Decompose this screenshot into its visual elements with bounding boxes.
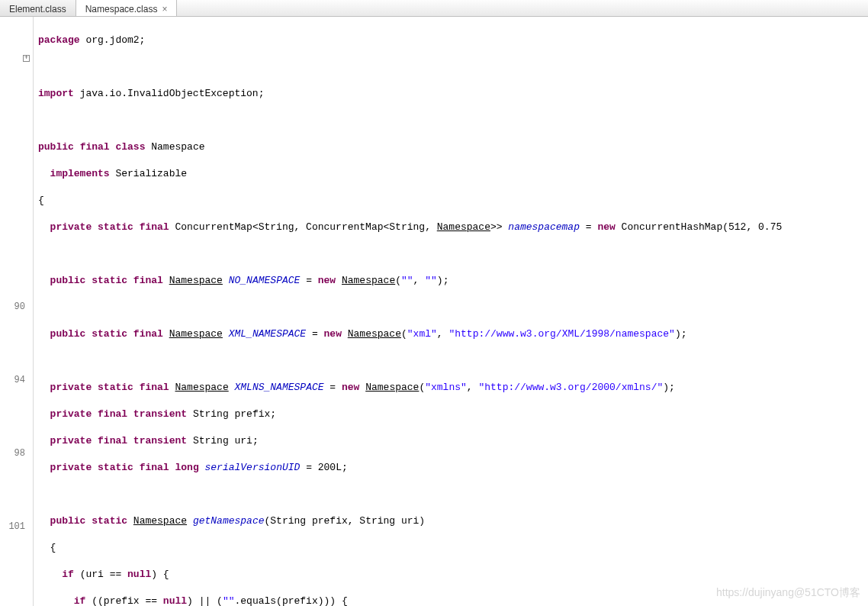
line-number: 98: [0, 446, 33, 461]
line-number: 94: [0, 372, 33, 388]
code-editor[interactable]: 90 94 98 101 146 147 148 152 158 159 163…: [0, 17, 868, 606]
gutter: 90 94 98 101 146 147 148 152 158 159 163…: [0, 17, 34, 606]
close-icon[interactable]: ×: [162, 5, 167, 14]
line-number: 101: [0, 519, 33, 534]
tab-bar: Element.class Namespace.class ×: [0, 0, 868, 17]
tab-element-class[interactable]: Element.class: [0, 0, 76, 16]
tab-label: Namespace.class: [85, 4, 158, 15]
fold-expand-icon[interactable]: +: [23, 55, 30, 62]
tab-label: Element.class: [9, 4, 66, 15]
tab-namespace-class[interactable]: Namespace.class ×: [76, 0, 178, 16]
code-area[interactable]: package org.jdom2; import java.io.Invali…: [34, 17, 868, 606]
line-number: 90: [0, 299, 33, 314]
